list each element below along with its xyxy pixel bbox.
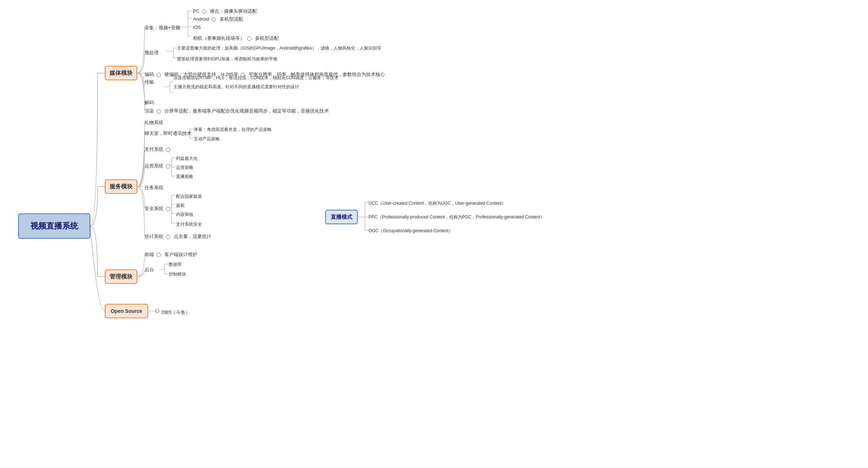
security-policy: 配合国家政策 xyxy=(176,193,202,200)
task-node: 任务系统 xyxy=(145,184,163,191)
mind-map: 视频直播系统 媒体模块 采集：视频+音频 PC 难点：摄像头驱动适配 Andro… xyxy=(0,0,868,468)
collect-node: 采集：视频+音频 xyxy=(145,25,180,31)
obs-node: OBS（斗鱼） xyxy=(162,309,190,316)
live-ppc: PPC（Professionally-produced Content，也称为P… xyxy=(369,214,545,220)
frontend-circle-icon xyxy=(156,253,161,257)
security-audit: 内容审核 xyxy=(176,212,193,218)
ops-profit: 利益最大化 xyxy=(176,156,198,162)
chat-bullet-note1: 弹幕：考虑高流量并发，合理的产品策略 xyxy=(194,127,272,133)
ios-node: iOS xyxy=(193,25,201,30)
media-module-node: 媒体模块 xyxy=(105,66,137,80)
transport-note1: 涉及传输协议RTMP，HLS；推流拉流；CDN技术，细粒化CDN调度；云服务；等… xyxy=(173,75,339,81)
transport-note2: 主播方推流的稳定和高速。针对不同的直播模式需要针对性的设计 xyxy=(173,84,299,90)
pay-circle-icon xyxy=(166,148,170,152)
chat-node: 聊天室，即时通讯技术 xyxy=(145,130,192,137)
camera-note: 多机型适配 xyxy=(255,35,279,41)
ops-node: 运营系统 xyxy=(145,163,171,169)
camera-node: 相机（赛事婚礼现场等） 多机型适配 xyxy=(193,35,279,42)
backend-control: 控制模块 xyxy=(169,271,186,277)
live-ucc: UCC（User-created Content，也称为UGC，User-gen… xyxy=(369,200,506,207)
preprocess-note2: 图形处理需要用到GPU加速，考虑能耗与效果的平衡 xyxy=(177,56,278,62)
chat-bullet-note2: 互动产品策略 xyxy=(194,136,220,142)
backend-node: 后台 xyxy=(145,267,154,273)
pay-node: 支付系统 xyxy=(145,146,171,153)
android-circle-icon xyxy=(211,17,216,22)
opensource-node: Open Source xyxy=(105,304,148,318)
live-ogc: OGC（Occupationally-generated Content） xyxy=(369,228,453,234)
transport-node: 传输 xyxy=(145,79,154,85)
stats-node: 统计系统 点击量，流量统计 xyxy=(145,233,211,240)
render-note: 分辨率适配，服务端客户端配合优化视频音频同步，稳定等功能，音频优化技术 xyxy=(164,108,329,114)
gift-node: 礼物系统 xyxy=(145,119,163,126)
android-node: Android 多机型适配 xyxy=(193,16,243,22)
pc-circle-icon xyxy=(202,9,206,14)
security-node: 安全系统 xyxy=(145,205,171,212)
security-auth: 鉴权 xyxy=(176,203,185,209)
ops-circle-icon xyxy=(166,164,170,169)
camera-circle-icon xyxy=(247,37,252,41)
render-node: 渲染 分辨率适配，服务端客户端配合优化视频音频同步，稳定等功能，音频优化技术 xyxy=(145,108,329,114)
frontend-note: 客户端设计维护 xyxy=(164,252,197,257)
pc-node: PC 难点：摄像头驱动适配 xyxy=(193,8,257,14)
service-module-node: 服务模块 xyxy=(105,179,137,194)
pc-note: 难点：摄像头驱动适配 xyxy=(210,8,257,14)
preprocess-note1: 主要是图像方面的处理：如美颜（iOS的GPUImage，Android的graf… xyxy=(177,45,381,51)
decode-node: 解码 xyxy=(145,99,154,106)
preprocess-node: 预处理 xyxy=(145,50,159,56)
live-mode-node: 直播模式 xyxy=(325,210,358,224)
encode-circle-icon xyxy=(156,73,161,77)
backend-db: 数据库 xyxy=(169,261,182,268)
security-pay: 支付系统安全 xyxy=(176,221,202,227)
frontend-node: 前端 客户端设计维护 xyxy=(145,251,197,258)
manage-module-node: 管理模块 xyxy=(105,269,137,284)
security-circle-icon xyxy=(166,207,170,211)
stats-note: 点击量，流量统计 xyxy=(174,234,211,239)
root-node: 视频直播系统 xyxy=(18,213,90,239)
ops-strategy: 运营策略 xyxy=(176,165,193,171)
render-circle-icon xyxy=(156,109,161,114)
svg-point-34 xyxy=(155,309,159,313)
ops-live-strategy: 直播策略 xyxy=(176,174,193,180)
stats-circle-icon xyxy=(166,235,170,239)
android-note: 多机型适配 xyxy=(220,16,243,22)
